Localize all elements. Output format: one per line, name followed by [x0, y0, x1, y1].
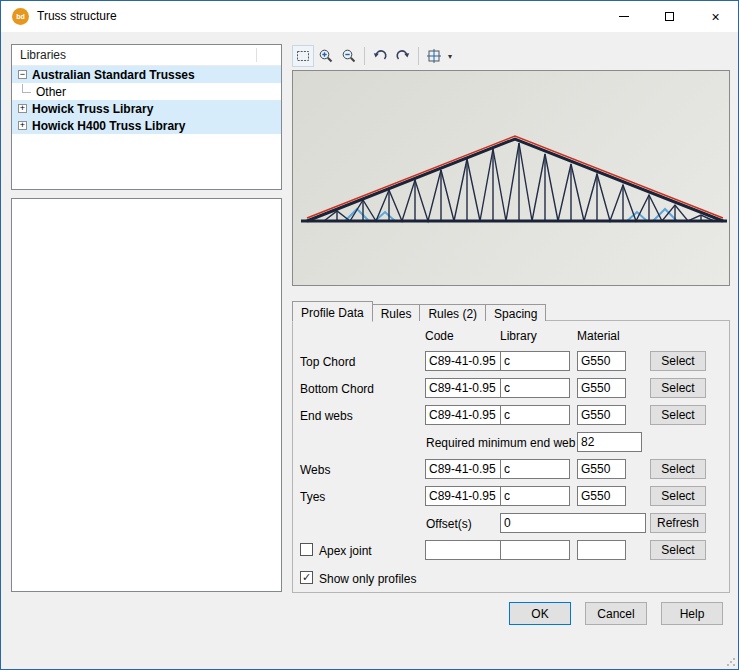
top-chord-material-input[interactable]	[577, 351, 626, 371]
app-icon: bd	[12, 8, 29, 25]
tree-branch-line	[22, 84, 31, 93]
tree-item-label: Other	[36, 85, 66, 99]
maximize-icon	[665, 12, 674, 21]
tyes-material-input[interactable]	[577, 486, 626, 506]
truss-structure-dialog: bd Truss structure × Libraries − Austral…	[0, 0, 739, 670]
truss-list-panel[interactable]	[11, 198, 282, 592]
library-column-header: Library	[500, 329, 537, 343]
row-label: Top Chord	[300, 355, 355, 369]
top-chord-row: Top Chord Select	[293, 351, 731, 373]
code-column-header: Code	[425, 329, 454, 343]
close-button[interactable]: ×	[693, 1, 738, 32]
collapse-icon[interactable]: −	[18, 70, 27, 79]
tree-item-other[interactable]: Other	[12, 83, 281, 100]
offset-row: Offset(s) Refresh	[293, 513, 731, 535]
chevron-down-icon[interactable]: ▾	[448, 52, 452, 61]
cancel-button[interactable]: Cancel	[585, 602, 647, 625]
end-webs-select-button[interactable]: Select	[650, 405, 706, 425]
close-icon: ×	[711, 10, 719, 24]
offset-input[interactable]	[500, 513, 646, 533]
zoom-in-icon[interactable]	[315, 45, 337, 67]
tree-item-label: Howick H400 Truss Library	[32, 119, 185, 133]
row-label: End webs	[300, 409, 353, 423]
bottom-chord-select-button[interactable]: Select	[650, 378, 706, 398]
refresh-button[interactable]: Refresh	[650, 513, 706, 533]
title-bar: bd Truss structure ×	[1, 1, 738, 32]
tyes-library-input[interactable]	[500, 486, 570, 506]
rotate-cw-icon[interactable]	[392, 45, 414, 67]
rotate-ccw-icon[interactable]	[369, 45, 391, 67]
offset-label: Offset(s)	[426, 517, 472, 531]
zoom-extents-icon[interactable]	[423, 45, 445, 67]
tab-rules[interactable]: Rules	[372, 304, 421, 321]
bottom-chord-row: Bottom Chord Select	[293, 378, 731, 400]
tab-rules-2[interactable]: Rules (2)	[419, 304, 486, 321]
toolbar-separator	[364, 47, 365, 65]
end-web-length-input[interactable]	[577, 432, 642, 452]
show-only-profiles-label: Show only profiles	[319, 572, 416, 586]
tyes-row: Tyes Select	[293, 486, 731, 508]
libraries-column-header[interactable]: Libraries	[12, 45, 281, 66]
zoom-window-icon[interactable]	[292, 45, 314, 67]
top-chord-library-input[interactable]	[500, 351, 570, 371]
toolbar-separator	[418, 47, 419, 65]
tree-item-howick-h400-truss-library[interactable]: + Howick H400 Truss Library	[12, 117, 281, 134]
ok-button[interactable]: OK	[509, 602, 571, 625]
webs-row: Webs Select	[293, 459, 731, 481]
row-label: Bottom Chord	[300, 382, 374, 396]
end-webs-material-input[interactable]	[577, 405, 626, 425]
apex-material-input[interactable]	[577, 540, 626, 560]
tree-item-label: Australian Standard Trusses	[32, 68, 195, 82]
viewer-toolbar: ▾	[292, 43, 730, 69]
help-button[interactable]: Help	[661, 602, 723, 625]
row-label: Tyes	[300, 490, 325, 504]
window-title: Truss structure	[37, 1, 117, 32]
libraries-panel: Libraries − Australian Standard Trusses …	[11, 44, 282, 190]
profile-data-panel: Code Library Material Top Chord Select B…	[292, 320, 730, 593]
row-label: Webs	[300, 463, 330, 477]
expand-icon[interactable]: +	[18, 104, 27, 113]
tab-strip: Profile Data Rules Rules (2) Spacing	[292, 300, 545, 321]
truss-viewport[interactable]	[292, 70, 730, 286]
end-webs-library-input[interactable]	[500, 405, 570, 425]
bottom-chord-material-input[interactable]	[577, 378, 626, 398]
apex-library-input[interactable]	[500, 540, 570, 560]
tree-item-australian-standard-trusses[interactable]: − Australian Standard Trusses	[12, 66, 281, 83]
minimize-button[interactable]	[601, 1, 646, 32]
webs-material-input[interactable]	[577, 459, 626, 479]
show-only-profiles-row: ✓ Show only profiles	[293, 568, 731, 590]
column-headers: Code Library Material	[293, 329, 731, 351]
minimize-icon	[619, 16, 629, 17]
apex-joint-checkbox[interactable]	[300, 543, 313, 556]
check-icon: ✓	[302, 571, 311, 583]
tree-item-label: Howick Truss Library	[32, 102, 153, 116]
apex-joint-label: Apex joint	[319, 544, 372, 558]
apex-joint-row: Apex joint Select	[293, 540, 731, 562]
top-chord-select-button[interactable]: Select	[650, 351, 706, 371]
tab-profile-data[interactable]: Profile Data	[292, 301, 373, 322]
resize-grip[interactable]	[726, 657, 736, 667]
bottom-chord-library-input[interactable]	[500, 378, 570, 398]
maximize-button[interactable]	[647, 1, 692, 32]
end-web-length-row: Required minimum end web length	[293, 432, 731, 454]
webs-library-input[interactable]	[500, 459, 570, 479]
apex-select-button[interactable]: Select	[650, 540, 706, 560]
tyes-select-button[interactable]: Select	[650, 486, 706, 506]
tree-item-howick-truss-library[interactable]: + Howick Truss Library	[12, 100, 281, 117]
tab-spacing[interactable]: Spacing	[485, 304, 546, 321]
end-webs-row: End webs Select	[293, 405, 731, 427]
truss-drawing	[293, 71, 729, 285]
webs-select-button[interactable]: Select	[650, 459, 706, 479]
zoom-out-icon[interactable]	[338, 45, 360, 67]
material-column-header: Material	[577, 329, 620, 343]
expand-icon[interactable]: +	[18, 121, 27, 130]
show-only-profiles-checkbox[interactable]: ✓	[300, 571, 313, 584]
